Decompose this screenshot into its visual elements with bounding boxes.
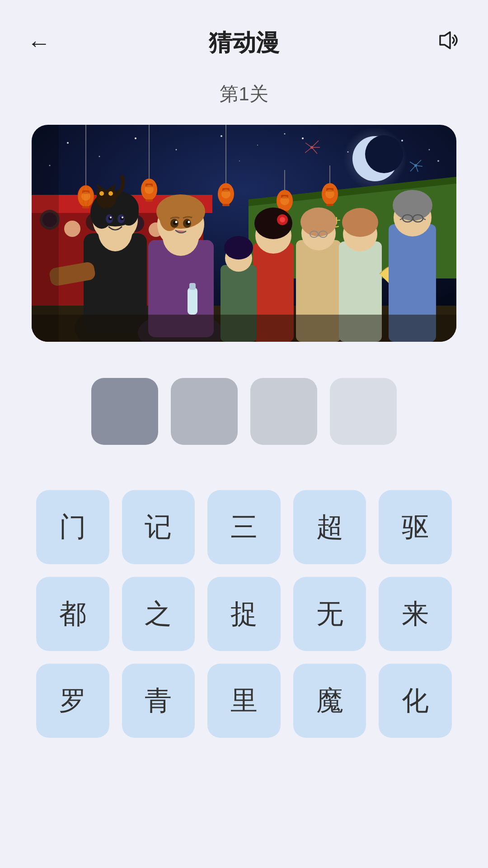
svg-point-115 <box>300 208 337 236</box>
char-btn-里[interactable]: 里 <box>207 664 281 738</box>
char-btn-驱[interactable]: 驱 <box>379 490 452 564</box>
svg-rect-133 <box>32 315 456 342</box>
char-btn-三[interactable]: 三 <box>207 490 281 564</box>
svg-point-8 <box>302 137 304 139</box>
page-title: 猜动漫 <box>209 27 279 59</box>
svg-point-11 <box>429 149 430 151</box>
char-btn-门[interactable]: 门 <box>36 490 109 564</box>
char-btn-记[interactable]: 记 <box>122 490 195 564</box>
char-btn-化[interactable]: 化 <box>379 664 452 738</box>
char-row-1: 门 记 三 超 驱 <box>36 490 452 564</box>
svg-point-3 <box>99 156 100 157</box>
answer-box-2[interactable] <box>171 378 238 445</box>
svg-point-124 <box>393 190 432 221</box>
answer-box-1[interactable] <box>91 378 158 445</box>
char-btn-之[interactable]: 之 <box>122 577 195 651</box>
svg-point-110 <box>254 208 292 239</box>
sound-icon[interactable] <box>437 28 461 57</box>
char-btn-都[interactable]: 都 <box>36 577 109 651</box>
char-row-3: 罗 青 里 魔 化 <box>36 664 452 738</box>
svg-rect-134 <box>32 125 59 342</box>
svg-point-66 <box>280 196 289 205</box>
svg-point-12 <box>239 160 240 161</box>
char-btn-超[interactable]: 超 <box>293 490 366 564</box>
svg-point-84 <box>110 217 112 218</box>
svg-point-19 <box>365 135 403 173</box>
svg-point-71 <box>325 189 334 198</box>
svg-point-13 <box>284 133 286 135</box>
char-btn-捉[interactable]: 捉 <box>207 577 281 651</box>
answer-box-3[interactable] <box>250 378 317 445</box>
char-row-2: 都 之 捉 无 来 <box>36 577 452 651</box>
answer-box-4[interactable] <box>330 378 397 445</box>
svg-point-104 <box>175 221 178 223</box>
svg-point-15 <box>437 160 439 162</box>
svg-point-2 <box>67 142 69 144</box>
back-button[interactable]: ← <box>27 29 51 57</box>
svg-point-6 <box>221 135 222 137</box>
level-label: 第1关 <box>220 81 268 107</box>
svg-rect-107 <box>189 283 196 290</box>
svg-point-36 <box>64 221 80 237</box>
svg-marker-0 <box>440 32 450 48</box>
svg-rect-70 <box>326 204 333 206</box>
char-btn-无[interactable]: 无 <box>293 577 366 651</box>
svg-point-56 <box>145 185 154 194</box>
answer-boxes <box>91 378 397 445</box>
svg-rect-60 <box>222 204 230 206</box>
svg-point-10 <box>401 140 403 142</box>
char-btn-罗[interactable]: 罗 <box>36 664 109 738</box>
header: ← 猜动漫 <box>0 0 488 72</box>
char-btn-青[interactable]: 青 <box>122 664 195 738</box>
svg-rect-55 <box>145 199 153 202</box>
char-btn-魔[interactable]: 魔 <box>293 664 366 738</box>
svg-point-5 <box>176 149 177 151</box>
svg-point-112 <box>280 217 285 222</box>
svg-point-90 <box>99 191 104 196</box>
svg-point-7 <box>257 145 258 146</box>
anime-image: 玉チせ <box>32 125 456 342</box>
svg-point-61 <box>221 189 230 198</box>
svg-point-132 <box>224 236 253 259</box>
svg-point-85 <box>122 217 123 218</box>
char-btn-来[interactable]: 来 <box>379 577 452 651</box>
svg-point-4 <box>135 137 136 139</box>
svg-point-105 <box>188 221 190 223</box>
character-buttons: 门 记 三 超 驱 都 之 捉 无 来 罗 青 里 魔 化 <box>0 472 488 756</box>
svg-rect-106 <box>188 288 197 315</box>
svg-point-121 <box>342 208 378 237</box>
svg-point-51 <box>81 192 90 201</box>
svg-point-91 <box>108 191 113 196</box>
